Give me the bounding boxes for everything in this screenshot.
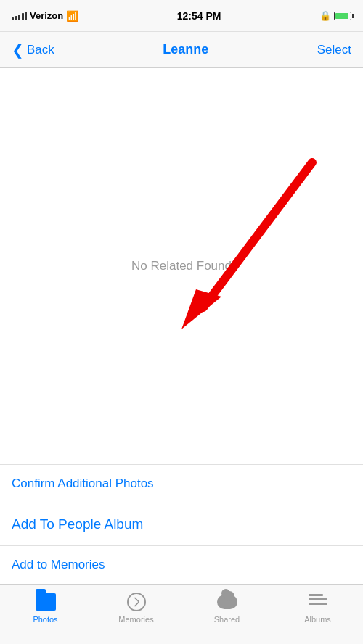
photos-tab-label: Photos bbox=[33, 615, 57, 624]
nav-bar: ❮ Back Leanne Select bbox=[0, 32, 363, 68]
shared-tab-icon bbox=[217, 592, 237, 612]
clock-arrow bbox=[130, 597, 140, 607]
signal-bar-2 bbox=[15, 16, 17, 20]
album-line-1 bbox=[309, 594, 324, 596]
memories-tab-label: Memories bbox=[118, 615, 153, 624]
albums-lines-icon bbox=[309, 594, 327, 610]
confirm-photos-button[interactable]: Confirm Additional Photos bbox=[0, 465, 363, 503]
album-line-3 bbox=[309, 603, 327, 605]
signal-bars-icon bbox=[12, 12, 27, 20]
cloud-icon bbox=[217, 595, 237, 609]
carrier-name: Verizon bbox=[30, 10, 63, 21]
battery-icon bbox=[334, 12, 351, 20]
add-to-memories-button[interactable]: Add to Memories bbox=[0, 546, 363, 584]
signal-bar-1 bbox=[12, 17, 14, 20]
folder-icon bbox=[36, 593, 56, 611]
tab-photos[interactable]: Photos bbox=[17, 592, 75, 624]
confirm-photos-label: Confirm Additional Photos bbox=[12, 476, 154, 490]
tab-memories[interactable]: Memories bbox=[107, 592, 166, 624]
no-related-text: No Related Found bbox=[0, 68, 363, 464]
clock-icon bbox=[127, 593, 146, 611]
tab-bar: Photos Memories Shared Albums bbox=[0, 584, 363, 644]
photos-tab-icon bbox=[36, 592, 56, 612]
status-right-icons: 🔒 bbox=[319, 10, 351, 21]
signal-bar-4 bbox=[22, 13, 24, 20]
back-label: Back bbox=[27, 43, 54, 57]
add-to-memories-label: Add to Memories bbox=[12, 558, 105, 571]
tab-albums[interactable]: Albums bbox=[289, 592, 347, 624]
lock-icon: 🔒 bbox=[319, 10, 331, 21]
select-button[interactable]: Select bbox=[317, 43, 351, 57]
status-bar: Verizon 📶 12:54 PM 🔒 bbox=[0, 0, 363, 32]
albums-tab-icon bbox=[308, 592, 328, 612]
add-to-people-album-button[interactable]: Add To People Album bbox=[0, 503, 363, 546]
wifi-icon: 📶 bbox=[66, 10, 78, 22]
main-content: No Related Found Confirm Additional Phot… bbox=[0, 68, 363, 584]
memories-tab-icon bbox=[126, 592, 147, 612]
shared-tab-label: Shared bbox=[214, 615, 240, 624]
battery-fill bbox=[335, 13, 348, 19]
nav-title: Leanne bbox=[163, 42, 208, 57]
back-chevron-icon: ❮ bbox=[12, 43, 24, 57]
status-time: 12:54 PM bbox=[177, 10, 221, 22]
signal-bar-3 bbox=[18, 15, 20, 20]
add-to-people-label: Add To People Album bbox=[12, 516, 143, 532]
albums-tab-label: Albums bbox=[304, 615, 331, 624]
tab-shared[interactable]: Shared bbox=[198, 592, 256, 624]
carrier-signal: Verizon 📶 bbox=[12, 10, 78, 22]
album-line-2 bbox=[309, 598, 327, 600]
action-list: Confirm Additional Photos Add To People … bbox=[0, 464, 363, 584]
signal-bar-5 bbox=[25, 12, 27, 20]
back-button[interactable]: ❮ Back bbox=[12, 43, 54, 57]
